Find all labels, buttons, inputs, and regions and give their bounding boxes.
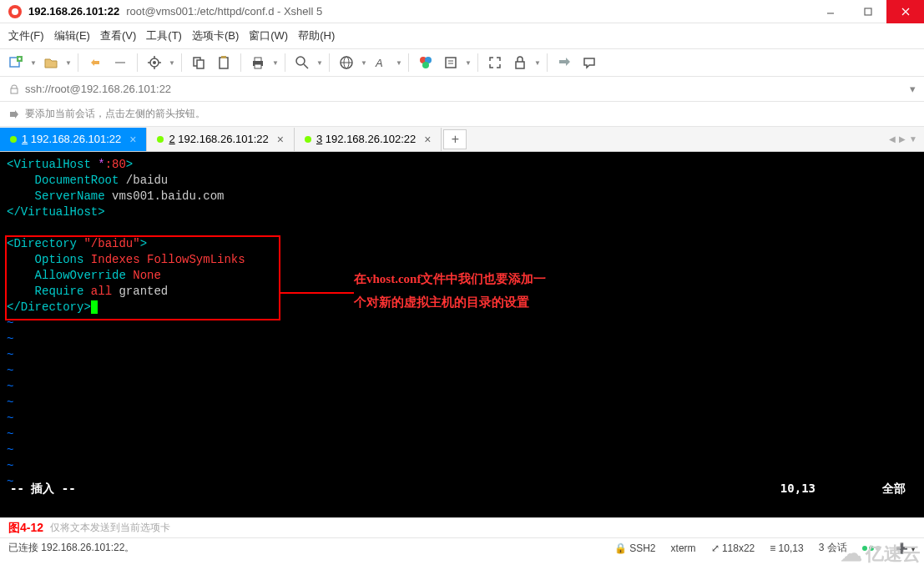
compose-hint[interactable]: 仅将文本发送到当前选项卡 bbox=[50, 521, 170, 535]
encoding-icon[interactable] bbox=[336, 52, 357, 73]
open-session-icon[interactable] bbox=[40, 52, 62, 73]
hint-text: 要添加当前会话，点击左侧的箭头按钮。 bbox=[25, 107, 205, 121]
disconnect-icon[interactable] bbox=[109, 52, 131, 73]
status-connection: 已连接 192.168.26.101:22。 bbox=[8, 541, 134, 555]
svg-rect-17 bbox=[220, 58, 228, 68]
address-dropdown-icon[interactable]: ▾ bbox=[910, 83, 916, 95]
menu-edit[interactable]: 编辑(E) bbox=[54, 28, 90, 43]
terminal[interactable]: <VirtualHost *:80> DocumentRoot /baidu S… bbox=[0, 152, 924, 517]
code: DocumentRoot bbox=[7, 174, 126, 187]
tilde: ~ bbox=[7, 348, 13, 361]
maximize-button[interactable] bbox=[849, 0, 886, 23]
hint-icon bbox=[8, 108, 20, 120]
svg-point-30 bbox=[422, 62, 429, 68]
tab-nav: ◀ ▶ ▼ bbox=[889, 134, 924, 144]
dropdown-icon[interactable]: ▼ bbox=[30, 59, 37, 67]
chat-icon[interactable] bbox=[578, 52, 600, 73]
dropdown-icon[interactable]: ▼ bbox=[272, 59, 279, 67]
code: <VirtualHost bbox=[7, 158, 98, 171]
tab-close-icon[interactable]: × bbox=[129, 133, 136, 146]
tab-close-icon[interactable]: × bbox=[277, 133, 284, 146]
paste-icon[interactable] bbox=[213, 52, 235, 73]
code: ServerName bbox=[7, 189, 112, 203]
annotation-line: 个对新的虚拟主机的目录的设置 bbox=[354, 290, 546, 314]
menu-file[interactable]: 文件(F) bbox=[8, 28, 44, 43]
tilde: ~ bbox=[7, 459, 13, 472]
app-icon bbox=[8, 5, 22, 18]
svg-rect-35 bbox=[11, 88, 18, 93]
svg-point-10 bbox=[153, 61, 156, 64]
code: * bbox=[98, 158, 104, 171]
minimize-button[interactable] bbox=[811, 0, 849, 23]
dropdown-icon[interactable]: ▼ bbox=[396, 59, 402, 67]
tilde: ~ bbox=[7, 396, 13, 409]
cursor bbox=[91, 300, 98, 314]
annotation-connector bbox=[280, 292, 354, 294]
svg-text:A: A bbox=[375, 57, 383, 69]
tab-num: 3 bbox=[316, 133, 322, 145]
copy-icon[interactable] bbox=[188, 52, 210, 73]
dropdown-icon[interactable]: ▼ bbox=[465, 59, 472, 67]
dropdown-icon[interactable]: ▼ bbox=[361, 59, 367, 67]
svg-rect-16 bbox=[197, 60, 204, 68]
code: </VirtualHost> bbox=[7, 205, 105, 219]
print-icon[interactable] bbox=[247, 52, 269, 73]
menu-view[interactable]: 查看(V) bbox=[100, 28, 136, 43]
svg-rect-34 bbox=[516, 62, 524, 68]
code: AllowOverride bbox=[7, 269, 133, 282]
dropdown-icon[interactable]: ▼ bbox=[65, 59, 72, 67]
title-path: root@vms001:/etc/httpd/conf.d - Xshell 5 bbox=[126, 5, 322, 18]
menu-help[interactable]: 帮助(H) bbox=[298, 28, 335, 43]
toolbar: ▼ ▼ ▼ ▼ ▼ ▼ A ▼ ▼ ▼ bbox=[0, 48, 924, 77]
code: None bbox=[133, 269, 161, 282]
tab-2[interactable]: 2 192.168.26.101:22 × bbox=[147, 128, 294, 151]
tab-next-icon[interactable]: ▶ bbox=[899, 134, 906, 144]
menu-tabs[interactable]: 选项卡(B) bbox=[192, 28, 239, 43]
addressbar: ssh://root@192.168.26.101:22 ▾ bbox=[0, 77, 924, 102]
reconnect-icon[interactable] bbox=[84, 52, 106, 73]
menu-window[interactable]: 窗口(W) bbox=[249, 28, 288, 43]
annotation-text: 在vhost.conf文件中我们也要添加一 个对新的虚拟主机的目录的设置 bbox=[354, 267, 546, 314]
status-dot-icon bbox=[157, 136, 164, 143]
code: all bbox=[91, 285, 112, 298]
code: <Directory bbox=[7, 237, 83, 250]
fullscreen-icon[interactable] bbox=[484, 52, 506, 73]
status-menu-icon[interactable]: ➕ ▾ bbox=[896, 542, 916, 554]
color-icon[interactable] bbox=[415, 52, 437, 73]
status-size: ⤢ 118x22 bbox=[711, 542, 755, 554]
tab-menu-icon[interactable]: ▼ bbox=[909, 134, 917, 144]
tab-close-icon[interactable]: × bbox=[424, 133, 431, 146]
lock-icon[interactable] bbox=[509, 52, 531, 73]
font-icon[interactable]: A bbox=[371, 52, 392, 73]
tab-1[interactable]: 1 192.168.26.101:22 × bbox=[0, 128, 147, 151]
tab-add-button[interactable]: + bbox=[443, 129, 467, 149]
status-dot-icon bbox=[305, 136, 311, 143]
tab-label: 192.168.26.101:22 bbox=[178, 133, 268, 145]
script-icon[interactable] bbox=[440, 52, 462, 73]
statusbar: 已连接 192.168.26.101:22。 🔒 SSH2 xterm ⤢ 11… bbox=[0, 537, 924, 557]
close-button[interactable] bbox=[886, 0, 924, 23]
properties-icon[interactable] bbox=[144, 52, 165, 73]
menu-tools[interactable]: 工具(T) bbox=[146, 28, 182, 43]
dropdown-icon[interactable]: ▼ bbox=[534, 59, 541, 67]
dropdown-icon[interactable]: ▼ bbox=[169, 59, 175, 67]
status-pos: ≡ 10,13 bbox=[770, 542, 803, 554]
tab-3[interactable]: 3 192.168.26.102:22 × bbox=[295, 128, 442, 151]
svg-rect-31 bbox=[446, 58, 456, 68]
dropdown-icon[interactable]: ▼ bbox=[316, 59, 323, 67]
tilde: ~ bbox=[7, 443, 13, 457]
hintbar: 要添加当前会话，点击左侧的箭头按钮。 bbox=[0, 102, 924, 127]
lock-icon bbox=[8, 83, 20, 95]
status-dot-icon bbox=[10, 136, 17, 143]
svg-line-23 bbox=[304, 64, 308, 68]
status-ssh: 🔒 SSH2 bbox=[614, 542, 656, 554]
tilde: ~ bbox=[7, 411, 13, 425]
tab-prev-icon[interactable]: ◀ bbox=[889, 134, 896, 144]
vim-all: 全部 bbox=[882, 481, 906, 497]
address-text[interactable]: ssh://root@192.168.26.101:22 bbox=[25, 83, 171, 95]
new-session-icon[interactable] bbox=[5, 52, 27, 73]
tilde: ~ bbox=[7, 427, 13, 441]
title-host: 192.168.26.101:22 bbox=[28, 5, 119, 18]
transfer-icon[interactable] bbox=[553, 52, 575, 73]
search-icon[interactable] bbox=[291, 52, 313, 73]
